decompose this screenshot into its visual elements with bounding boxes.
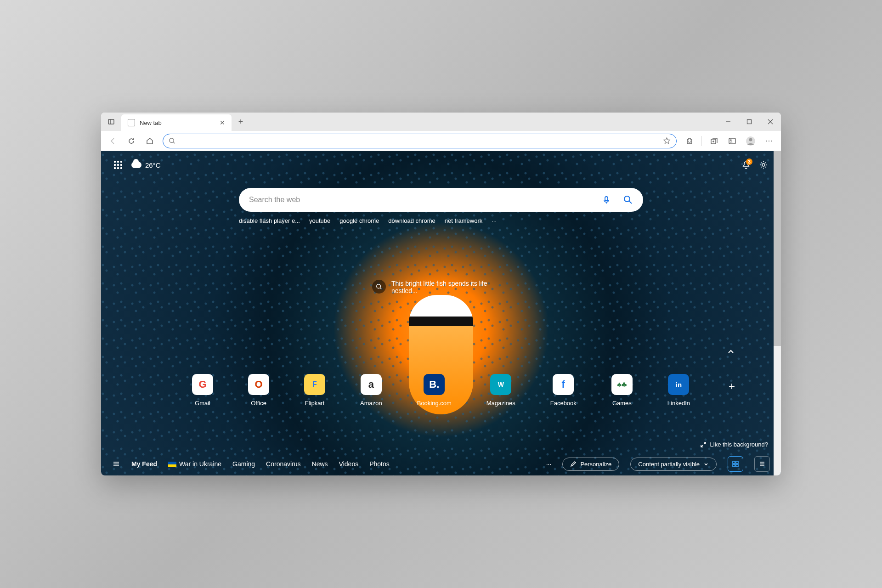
microphone-icon[interactable] xyxy=(602,195,611,204)
gear-icon xyxy=(759,160,768,170)
feed-item[interactable]: Photos xyxy=(369,460,390,468)
svg-point-6 xyxy=(170,138,174,142)
svg-rect-14 xyxy=(605,197,608,201)
svg-rect-23 xyxy=(736,461,738,464)
tile-games[interactable]: ♠♣Games xyxy=(611,374,633,407)
svg-point-12 xyxy=(749,138,752,141)
cloud-icon xyxy=(131,162,141,168)
minimize-button[interactable] xyxy=(718,113,739,131)
notification-badge: 3 xyxy=(746,158,752,165)
weather-widget[interactable]: 26°C xyxy=(131,161,161,169)
tab-actions-button[interactable] xyxy=(101,113,121,131)
sidebar-button[interactable] xyxy=(724,133,741,149)
tile-label: Gmail xyxy=(195,400,210,407)
suggestion-more[interactable]: ··· xyxy=(492,217,497,224)
svg-rect-24 xyxy=(733,464,735,467)
new-tab-page: 26°C 3 Search the web disable flash play… xyxy=(101,151,781,475)
search-suggestions: disable flash player e... youtube google… xyxy=(239,217,643,224)
svg-line-18 xyxy=(380,288,382,289)
suggestion-item[interactable]: google chrome xyxy=(339,217,379,224)
tile-label: Games xyxy=(612,400,632,407)
list-view-button[interactable] xyxy=(754,456,770,472)
tile-amazon[interactable]: aAmazon xyxy=(360,374,382,407)
tab-new-tab[interactable]: New tab ✕ xyxy=(121,114,232,131)
tooltip-text: This bright little fish spends its life … xyxy=(391,280,510,294)
feed-item[interactable]: News xyxy=(312,460,328,468)
personalize-button[interactable]: Personalize xyxy=(562,458,619,471)
address-input[interactable] xyxy=(180,137,658,145)
grid-view-button[interactable] xyxy=(728,456,743,472)
svg-rect-0 xyxy=(108,119,114,124)
address-bar[interactable] xyxy=(163,134,677,148)
tile-flipkart[interactable]: FFlipkart xyxy=(304,374,325,407)
svg-point-10 xyxy=(730,140,731,141)
tab-close-button[interactable]: ✕ xyxy=(220,119,225,126)
chevron-down-icon xyxy=(703,461,709,467)
ukraine-flag-icon xyxy=(168,462,176,467)
tile-label: Booking.com xyxy=(417,400,452,407)
collapse-tiles-button[interactable] xyxy=(727,348,735,356)
page-settings-button[interactable] xyxy=(759,160,768,170)
feed-item[interactable]: Videos xyxy=(339,460,359,468)
close-window-button[interactable] xyxy=(760,113,781,131)
suggestion-item[interactable]: youtube xyxy=(309,217,330,224)
tile-magazines[interactable]: WMagazines xyxy=(486,374,515,407)
extensions-button[interactable] xyxy=(681,133,698,149)
page-topbar: 26°C 3 xyxy=(101,151,781,179)
info-search-icon xyxy=(372,280,386,294)
tile-office[interactable]: OOffice xyxy=(248,374,269,407)
feed-more-button[interactable]: ··· xyxy=(546,460,552,468)
tile-booking[interactable]: B.Booking.com xyxy=(417,374,452,407)
search-box[interactable]: Search the web xyxy=(239,188,643,212)
svg-rect-25 xyxy=(736,464,738,467)
collections-button[interactable] xyxy=(706,133,722,149)
quick-links: GGmail OOffice FFlipkart aAmazon B.Booki… xyxy=(192,374,690,407)
tile-gmail[interactable]: GGmail xyxy=(192,374,213,407)
profile-button[interactable] xyxy=(742,133,759,149)
feed-item-ukraine[interactable]: War in Ukraine xyxy=(168,460,221,468)
tile-label: Facebook xyxy=(550,400,577,407)
tile-label: LinkedIn xyxy=(667,400,690,407)
add-tile-button[interactable]: + xyxy=(729,380,735,393)
tile-facebook[interactable]: fFacebook xyxy=(550,374,577,407)
favorite-icon[interactable] xyxy=(663,137,671,145)
app-launcher-icon[interactable] xyxy=(114,161,122,169)
suggestion-item[interactable]: download chrome xyxy=(388,217,435,224)
new-tab-button[interactable]: + xyxy=(232,113,250,131)
personalize-label: Personalize xyxy=(580,461,611,468)
settings-menu-button[interactable]: ⋯ xyxy=(761,133,777,149)
like-background-button[interactable]: Like this background? xyxy=(700,441,768,448)
window-controls xyxy=(718,113,781,131)
content-visibility-dropdown[interactable]: Content partially visible xyxy=(630,458,717,471)
tile-label: Magazines xyxy=(486,400,515,407)
pencil-icon xyxy=(570,461,577,467)
toolbar-separator xyxy=(701,136,702,146)
scrollbar-thumb[interactable] xyxy=(774,151,781,346)
tab-title: New tab xyxy=(140,119,162,126)
svg-line-16 xyxy=(629,201,632,204)
svg-point-17 xyxy=(377,284,381,288)
feed-item[interactable]: Gaming xyxy=(232,460,255,468)
suggestion-item[interactable]: net framework xyxy=(445,217,482,224)
svg-rect-22 xyxy=(733,461,735,464)
scrollbar[interactable] xyxy=(774,151,781,475)
suggestion-item[interactable]: disable flash player e... xyxy=(239,217,300,224)
svg-rect-3 xyxy=(747,120,752,124)
search-icon xyxy=(169,137,175,144)
browser-window: New tab ✕ + xyxy=(101,113,781,475)
feed-item[interactable]: Coronavirus xyxy=(266,460,300,468)
search-submit-icon[interactable] xyxy=(623,195,633,205)
feed-title[interactable]: My Feed xyxy=(131,460,157,468)
feed-bar: My Feed War in Ukraine Gaming Coronaviru… xyxy=(101,452,781,475)
expand-icon xyxy=(700,441,707,448)
notifications-button[interactable]: 3 xyxy=(741,160,751,170)
feed-menu-button[interactable] xyxy=(112,460,120,468)
image-info-tooltip[interactable]: This bright little fish spends its life … xyxy=(372,280,510,294)
tile-linkedin[interactable]: inLinkedIn xyxy=(667,374,690,407)
search-placeholder: Search the web xyxy=(249,196,300,204)
tile-label: Office xyxy=(251,400,266,407)
maximize-button[interactable] xyxy=(739,113,760,131)
back-button[interactable] xyxy=(105,133,121,149)
refresh-button[interactable] xyxy=(123,133,140,149)
home-button[interactable] xyxy=(141,133,158,149)
